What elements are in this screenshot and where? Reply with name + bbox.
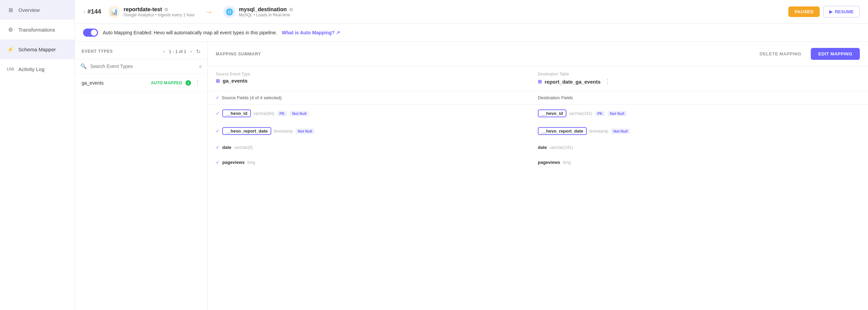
event-options-button[interactable]: ⋮ bbox=[194, 79, 200, 87]
source-gear-icon[interactable]: ⚙ bbox=[164, 7, 168, 12]
source-icon: 📊 bbox=[108, 6, 120, 18]
auto-mapping-toggle[interactable] bbox=[83, 29, 98, 37]
resume-play-icon: ▶ bbox=[829, 9, 833, 14]
source-event-name: ga_events bbox=[223, 78, 247, 84]
source-field-name: pageviews bbox=[222, 160, 245, 165]
source-info: reportdate-test ⚙ Google Analytics • Ing… bbox=[124, 6, 195, 17]
info-icon: i bbox=[186, 80, 191, 86]
source-block: 📊 reportdate-test ⚙ Google Analytics • I… bbox=[108, 6, 195, 18]
dest-icon: 🌐 bbox=[223, 6, 236, 18]
dest-col-label: Destination Table bbox=[538, 72, 860, 76]
arrow-up-icon: ↑ bbox=[83, 9, 85, 15]
search-icon: 🔍 bbox=[80, 63, 87, 69]
source-field-4: ✓ pageviews long bbox=[216, 160, 538, 165]
pipeline-arrow: → bbox=[205, 7, 213, 17]
page-info: 1 - 1 of 1 bbox=[169, 49, 186, 54]
schema-mapper-icon: ⚡ bbox=[7, 46, 14, 53]
next-page-button[interactable]: › bbox=[189, 48, 193, 55]
check-icon: ✓ bbox=[216, 111, 220, 116]
source-field-type: timestamp bbox=[274, 129, 293, 134]
source-fields-label: ✓ Source Fields (4 of 4 selected) bbox=[216, 95, 538, 100]
banner-text: Auto Mapping Enabled: Hevo will automati… bbox=[103, 30, 277, 35]
notnull-badge: Not Null bbox=[295, 128, 315, 134]
source-field-1: ✓ __hevo_id varchar(64) PK Not Null bbox=[216, 109, 538, 117]
source-field-type: varchar(8) bbox=[234, 145, 253, 150]
external-link-icon: ↗ bbox=[336, 30, 340, 35]
prev-page-button[interactable]: ‹ bbox=[162, 48, 166, 55]
resume-button[interactable]: ▶ RESUME bbox=[823, 6, 860, 18]
dest-notnull-badge: Not Null bbox=[608, 111, 627, 116]
pk-badge: PK bbox=[277, 111, 287, 116]
dest-field-type: varchar(191) bbox=[550, 145, 573, 150]
source-field-name-boxed: __hevo_id bbox=[222, 109, 251, 117]
pipeline-id: #144 bbox=[87, 8, 101, 15]
dest-field-name: pageviews bbox=[538, 160, 560, 165]
delete-mapping-button[interactable]: DELETE MAPPING bbox=[754, 48, 807, 60]
paused-button[interactable]: PAUSED bbox=[788, 6, 820, 17]
dest-field-3: date varchar(191) bbox=[538, 145, 860, 150]
dest-subtitle: MySQL • Loads in Real-time bbox=[239, 13, 293, 17]
sidebar-item-overview[interactable]: ⊞ Overview bbox=[0, 0, 75, 20]
event-row[interactable]: ga_events AUTO MAPPED i ⋮ bbox=[75, 74, 207, 92]
source-field-type: long bbox=[247, 160, 255, 165]
main-content: ↑ #144 📊 reportdate-test ⚙ Google Analyt… bbox=[75, 0, 868, 310]
mapping-summary-title: MAPPING SUMMARY bbox=[216, 52, 261, 56]
field-row-3: ✓ date varchar(8) date varchar(191) bbox=[208, 140, 868, 155]
dest-field-name: date bbox=[538, 145, 547, 150]
dest-name: mysql_destination bbox=[239, 6, 287, 13]
dest-field-type: varchar(191) bbox=[569, 111, 592, 116]
refresh-button[interactable]: ↻ bbox=[196, 48, 200, 55]
check-icon: ✓ bbox=[216, 95, 220, 100]
dest-field-4: pageviews long bbox=[538, 160, 860, 165]
notnull-badge: Not Null bbox=[290, 111, 309, 116]
sidebar-item-transformations[interactable]: ⚙ Transformations bbox=[0, 20, 75, 39]
dest-more-button[interactable]: ⋮ bbox=[605, 78, 611, 85]
overview-icon: ⊞ bbox=[7, 6, 14, 14]
dest-field-name-boxed: __hevo_report_date bbox=[538, 127, 587, 135]
dest-field-type: long bbox=[563, 160, 571, 165]
mapping-actions: DELETE MAPPING EDIT MAPPING bbox=[754, 48, 860, 60]
auto-mapped-badge: AUTO MAPPED bbox=[151, 81, 182, 85]
source-col-label: Source Event Type bbox=[216, 72, 538, 76]
sidebar-item-label: Transformations bbox=[18, 27, 55, 33]
table-icon: ⊞ bbox=[216, 78, 220, 84]
filter-icon[interactable]: ≡ bbox=[199, 64, 202, 69]
topbar-actions: PAUSED ▶ RESUME bbox=[788, 6, 860, 18]
sidebar-item-schema-mapper[interactable]: ⚡ Schema Mapper bbox=[0, 39, 75, 59]
dest-field-1: __hevo_id varchar(191) PK Not Null bbox=[538, 109, 860, 117]
topbar: ↑ #144 📊 reportdate-test ⚙ Google Analyt… bbox=[75, 0, 868, 24]
dest-notnull-badge: Not Null bbox=[611, 128, 630, 134]
dest-field-name-boxed: __hevo_id bbox=[538, 109, 566, 117]
event-types-panel: EVENT TYPES ‹ 1 - 1 of 1 › ↻ 🔍 ≡ ga_even… bbox=[75, 42, 208, 310]
pipeline-number: ↑ #144 bbox=[83, 8, 101, 15]
activity-log-icon: LOG bbox=[7, 65, 14, 73]
dest-table-name: report_date_ga_events bbox=[545, 79, 600, 85]
fields-header: ✓ Source Fields (4 of 4 selected) Destin… bbox=[208, 91, 868, 105]
destination-block: 🌐 mysql_destination ⚙ MySQL • Loads in R… bbox=[223, 6, 293, 18]
mapping-panel: MAPPING SUMMARY DELETE MAPPING EDIT MAPP… bbox=[208, 42, 868, 310]
dest-fields-label: Destination Fields bbox=[538, 95, 860, 100]
dest-gear-icon[interactable]: ⚙ bbox=[289, 7, 293, 12]
mapping-entity-header: Source Event Type ⊞ ga_events Destinatio… bbox=[208, 66, 868, 91]
search-bar: 🔍 ≡ bbox=[75, 59, 207, 74]
dest-info: mysql_destination ⚙ MySQL • Loads in Rea… bbox=[239, 6, 293, 17]
event-panel-header: EVENT TYPES ‹ 1 - 1 of 1 › ↻ bbox=[75, 42, 207, 59]
source-col: Source Event Type ⊞ ga_events bbox=[216, 72, 538, 85]
toggle-knob bbox=[91, 30, 97, 36]
field-row-2: ✓ __hevo_report_date timestamp Not Null … bbox=[208, 122, 868, 140]
mapping-body: Source Event Type ⊞ ga_events Destinatio… bbox=[208, 66, 868, 310]
event-types-title: EVENT TYPES bbox=[82, 49, 113, 54]
edit-mapping-button[interactable]: EDIT MAPPING bbox=[811, 48, 860, 60]
source-field-name-boxed: __hevo_report_date bbox=[222, 127, 271, 135]
sidebar: ⊞ Overview ⚙ Transformations ⚡ Schema Ma… bbox=[0, 0, 75, 310]
transformations-icon: ⚙ bbox=[7, 26, 14, 33]
sidebar-item-label: Activity Log bbox=[18, 66, 45, 72]
source-field-type: varchar(64) bbox=[254, 111, 274, 116]
source-col-value: ⊞ ga_events bbox=[216, 78, 538, 84]
mapping-header: MAPPING SUMMARY DELETE MAPPING EDIT MAPP… bbox=[208, 42, 868, 66]
auto-mapping-link[interactable]: What is Auto Mapping? ↗ bbox=[282, 30, 340, 35]
sidebar-item-activity-log[interactable]: LOG Activity Log bbox=[0, 59, 75, 79]
dest-field-type: timestamp bbox=[590, 129, 608, 134]
source-field-3: ✓ date varchar(8) bbox=[216, 145, 538, 150]
search-input[interactable] bbox=[90, 64, 195, 69]
